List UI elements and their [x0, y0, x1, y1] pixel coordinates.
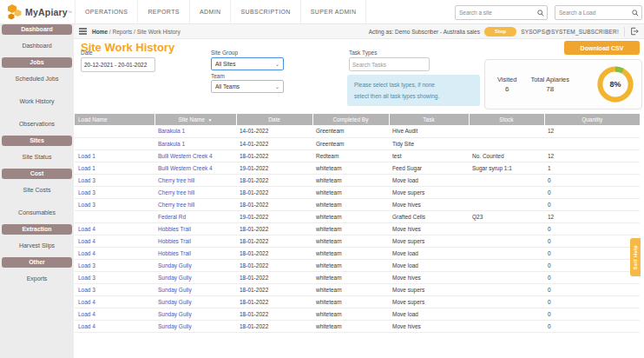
nav-super-admin[interactable]: SUPER ADMIN [301, 0, 367, 24]
site-name-cell[interactable]: Federal Rd [154, 210, 236, 222]
load-name-cell[interactable]: Load 4 [75, 222, 154, 235]
load-name-cell[interactable]: Load 3 [75, 198, 154, 210]
logout-icon[interactable] [630, 27, 639, 36]
site-group-select[interactable]: All Sites ⌄ [211, 57, 284, 70]
myapiary-logo[interactable]: MyApiary ™ [4, 3, 72, 21]
load-name-cell[interactable]: Load 3 [75, 271, 154, 283]
site-name-cell[interactable]: Sunday Gully [154, 259, 236, 271]
site-name-cell[interactable]: Barakula 1 [154, 125, 236, 137]
sidebar-item-site-status[interactable]: Site Status [0, 146, 74, 169]
table-row: Load 4Hobbies Trail18-01-2022whiteteamMo… [75, 235, 640, 247]
load-name-cell[interactable]: Load 4 [75, 320, 154, 332]
task-types-search-input[interactable] [349, 57, 430, 71]
quantity-cell: 12 [544, 210, 640, 222]
completed-by-cell: whiteteam [312, 271, 389, 283]
col-site-name[interactable]: Site Name ▼ [154, 114, 236, 125]
site-name-cell[interactable]: Cherry tree hill [154, 186, 236, 198]
col-completed-by[interactable]: Completed By [312, 114, 389, 125]
sidebar-section-extraction: Extraction [2, 224, 72, 235]
search-icon[interactable] [632, 10, 639, 17]
sidebar-item-site-costs[interactable]: Site Costs [0, 179, 74, 202]
site-name-cell[interactable]: Hobbies Trail [154, 222, 236, 235]
stock-cell [469, 271, 544, 283]
task-cell: Hive Audit [389, 125, 469, 137]
breadcrumb-home[interactable]: Home [92, 29, 108, 35]
load-name-cell[interactable]: Load 4 [75, 295, 154, 308]
nav-reports[interactable]: REPORTS [138, 0, 190, 24]
load-name-cell[interactable]: Load 3 [75, 174, 154, 186]
load-name-cell[interactable]: Load 3 [75, 186, 154, 198]
site-name-cell[interactable]: Bulli Western Creek 4 [154, 149, 236, 162]
task-cell: Move load [389, 259, 469, 271]
search-site-input[interactable] [456, 10, 537, 16]
load-name-cell[interactable]: Load 4 [75, 308, 154, 320]
col-load-name[interactable]: Load Name [75, 114, 154, 125]
quantity-cell: 0 [544, 320, 640, 332]
date-cell: 18-01-2022 [236, 308, 312, 320]
load-name-cell[interactable]: Load 1 [75, 149, 154, 162]
task-cell: Move supers [389, 235, 469, 247]
logged-in-user: SYSOPS@SYSTEM_SUBSCRIBER! [521, 29, 619, 35]
col-task[interactable]: Task [389, 114, 469, 125]
site-name-cell[interactable]: Bulli Western Creek 4 [154, 162, 236, 174]
sidebar-item-dashboard[interactable]: Dashboard [0, 35, 74, 57]
task-cell: Grafted Cells [389, 210, 469, 222]
site-name-cell[interactable]: Cherry tree hill [154, 198, 236, 210]
site-name-cell[interactable]: Cherry tree hill [154, 174, 236, 186]
stock-cell [469, 308, 544, 320]
task-cell: Move load [389, 174, 469, 186]
total-apiaries-value: 78 [530, 84, 569, 94]
site-name-cell[interactable]: Sunday Gully [154, 295, 236, 308]
site-name-cell[interactable]: Hobbies Trail [154, 247, 236, 259]
col-stock[interactable]: Stock [469, 114, 544, 125]
stock-cell [469, 174, 544, 186]
sidebar-item-harvest-slips[interactable]: Harvest Slips [0, 235, 74, 257]
download-csv-button[interactable]: Download CSV [564, 41, 640, 55]
quantity-cell: 12 [544, 125, 640, 137]
sidebar-item-scheduled-jobs[interactable]: Scheduled Jobs [0, 68, 74, 90]
sidebar-item-work-history[interactable]: Work History [0, 90, 74, 113]
stock-cell: Sugar syrup 1:1 [469, 162, 544, 174]
sidebar-item-exports[interactable]: Exports [0, 268, 74, 290]
site-name-cell[interactable]: Hobbies Trail [154, 235, 236, 247]
date-cell: 18-01-2022 [236, 198, 312, 210]
site-name-cell[interactable]: Sunday Gully [154, 320, 236, 332]
sidebar-section-sites: Sites [2, 136, 72, 146]
sidebar-item-consumables[interactable]: Consumables [0, 202, 74, 224]
completed-by-cell: whiteteam [312, 162, 389, 174]
nav-subscription[interactable]: SUBSCRIPTION [231, 0, 300, 24]
load-name-cell[interactable]: Load 3 [75, 283, 154, 295]
col-date[interactable]: Date [236, 114, 312, 125]
table-row: Load 3Sunday Gully18-01-2022whiteteamMov… [75, 259, 640, 271]
self-help-tab[interactable]: Self Help [630, 238, 641, 276]
table-row: Load 4Hobbies Trail18-01-2022whiteteamMo… [75, 222, 640, 235]
site-name-cell[interactable]: Barakula 1 [154, 137, 236, 149]
load-search-box [555, 5, 642, 20]
honeycomb-logo-icon [4, 3, 23, 21]
date-range-input[interactable] [81, 57, 155, 72]
menu-toggle-icon[interactable] [79, 27, 87, 36]
load-name-cell[interactable]: Load 4 [75, 235, 154, 247]
load-name-cell[interactable]: Load 1 [75, 162, 154, 174]
search-icon[interactable] [537, 10, 544, 17]
team-select[interactable]: All Teams ⌄ [211, 80, 284, 93]
search-load-input[interactable] [555, 10, 632, 16]
site-name-cell[interactable]: Sunday Gully [154, 308, 236, 320]
stock-cell [469, 320, 544, 332]
col-quantity[interactable]: Quantity [544, 114, 640, 125]
quantity-cell: 0 [544, 235, 640, 247]
sidebar-item-observations[interactable]: Observations [0, 113, 74, 136]
nav-operations[interactable]: OPERATIONS [75, 0, 138, 24]
load-name-cell[interactable]: Load 4 [75, 247, 154, 259]
load-name-cell[interactable]: Load 3 [75, 259, 154, 271]
task-cell: Tidy Site [389, 137, 469, 149]
site-name-cell[interactable]: Sunday Gully [154, 283, 236, 295]
visited-percentage-value: 8% [596, 65, 634, 103]
quantity-cell: 0 [544, 247, 640, 259]
stop-acting-button[interactable]: Stop [484, 27, 516, 36]
completed-by-cell: whiteteam [312, 235, 389, 247]
load-name-cell [75, 125, 154, 137]
nav-admin[interactable]: ADMIN [190, 0, 232, 24]
site-name-cell[interactable]: Sunday Gully [154, 271, 236, 283]
breadcrumb-path[interactable]: / Reports / Site Work History [108, 29, 181, 35]
